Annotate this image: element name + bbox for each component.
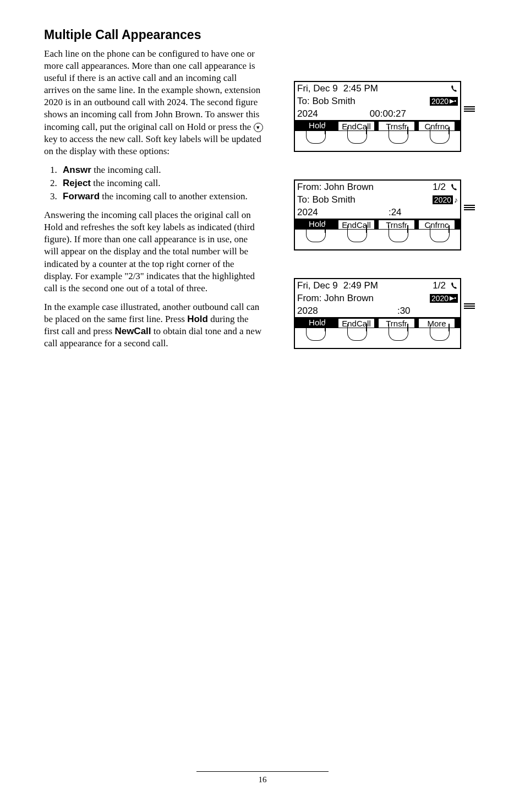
hw-button <box>430 233 450 242</box>
content-columns: Each line on the phone can be configured… <box>44 48 481 356</box>
screen3-ext: 2020 <box>431 294 449 303</box>
phone-screen-1: Fri, Dec 9 2:45 PM To: Bob Smith 2020▶• … <box>294 81 461 152</box>
screen3-row2: From: John Brown 2020▶• <box>295 292 460 304</box>
phone-figure-1: Fri, Dec 9 2:45 PM To: Bob Smith 2020▶• … <box>294 81 481 152</box>
screen3-date: Fri, Dec 9 <box>297 280 338 291</box>
screen3-num: 2028 <box>297 306 318 317</box>
hw-button <box>347 233 367 242</box>
phone-side-lines <box>461 179 478 211</box>
screen2-sk3: Trnsfr <box>378 219 415 229</box>
screen2-row3: 2024 :24 <box>295 206 460 219</box>
steps-list: Answr the incoming call. Reject the inco… <box>59 164 264 203</box>
screen3-sk2: EndCall <box>337 318 375 328</box>
hw-button <box>430 331 450 341</box>
screen1-softkey-row: Hold EndCall Trnsfr Cnfrnc <box>295 120 460 131</box>
screen3-from: From: John Brown <box>297 293 374 304</box>
hw-button <box>306 233 326 242</box>
screen2-softkey-row: Hold EndCall Trnsfr Cnfrnc <box>295 219 460 230</box>
paragraph-1: Each line on the phone can be configured… <box>44 48 264 157</box>
side-lines-icon <box>464 302 475 310</box>
para1-text-a: Each line on the phone can be configured… <box>44 48 260 132</box>
phone-side-lines <box>461 278 478 310</box>
hw-button <box>430 134 450 144</box>
screen2-from: From: John Brown <box>297 182 374 193</box>
hw-button <box>389 233 408 242</box>
footer-rule <box>196 771 329 772</box>
handset-icon <box>450 183 458 192</box>
hw-button <box>306 331 326 341</box>
speaker-icon: ▶• <box>450 295 456 302</box>
screen1-time: 2:45 PM <box>343 83 378 94</box>
screen2-sk2: EndCall <box>337 219 375 229</box>
handset-icon <box>450 84 458 93</box>
screen2-ext-badge: 2020 <box>433 195 453 204</box>
screen2-ext: 2020 <box>434 195 451 204</box>
para3-newcall: NewCall <box>114 326 151 336</box>
page-number: 16 <box>196 775 329 784</box>
step-2: Reject the incoming call. <box>59 177 264 189</box>
hw-button <box>347 331 367 341</box>
screen3-hwbuttons <box>295 328 460 348</box>
screen3-time: 2:49 PM <box>343 280 378 291</box>
step-1-keyword: Answr <box>63 165 91 175</box>
screen2-row1: From: John Brown 1/2 <box>295 181 460 193</box>
screen3-sk1: Hold <box>299 318 335 328</box>
para3-hold: Hold <box>187 314 208 324</box>
speaker-icon: ▶• <box>450 97 456 105</box>
screen3-softkey-row: Hold EndCall Trnsfr More <box>295 317 460 328</box>
screen1-to: To: Bob Smith <box>297 96 356 107</box>
section-heading: Multiple Call Appearances <box>44 28 481 42</box>
hw-button <box>347 134 367 144</box>
screen3-sk3: Trnsfr <box>378 318 415 328</box>
screen1-timer: 00:00:27 <box>370 108 406 119</box>
text-column: Each line on the phone can be configured… <box>44 48 264 356</box>
hw-button <box>306 134 326 144</box>
screen2-sk4: Cnfrnc <box>418 219 456 229</box>
screen2-row2: To: Bob Smith 2020 ♪ <box>295 193 460 206</box>
note-icon: ♪ <box>454 195 458 204</box>
screen1-row2: To: Bob Smith 2020▶• <box>295 95 460 107</box>
hw-button <box>389 134 408 144</box>
side-lines-icon <box>464 105 475 113</box>
screen2-sk1: Hold <box>299 219 335 229</box>
phone-figure-2: From: John Brown 1/2 To: Bob Smith 2020 … <box>294 179 481 250</box>
screen1-hwbuttons <box>295 131 460 151</box>
down-key-icon: ▾ <box>254 123 263 132</box>
screen3-row1: Fri, Dec 9 2:49 PM 1/2 <box>295 279 460 292</box>
phone-side-lines <box>461 81 478 113</box>
screen1-sk3: Trnsfr <box>378 121 415 130</box>
phone-figure-3: Fri, Dec 9 2:49 PM 1/2 From: John Brown … <box>294 278 481 349</box>
screen2-to: To: Bob Smith <box>297 194 356 205</box>
screen1-ext: 2020 <box>431 97 449 106</box>
phone-screen-3: Fri, Dec 9 2:49 PM 1/2 From: John Brown … <box>294 278 461 349</box>
step-3-text: the incoming call to another extension. <box>100 191 248 201</box>
para1-text-b: key to access the new call. Soft key lab… <box>44 134 261 156</box>
page-footer: 16 <box>196 771 329 784</box>
screen1-date: Fri, Dec 9 <box>297 83 338 94</box>
screen1-sk2: EndCall <box>337 121 375 130</box>
screen3-sk4: More <box>418 318 456 328</box>
step-2-keyword: Reject <box>63 178 91 188</box>
paragraph-3: In the example case illustrated, another… <box>44 301 264 350</box>
screen3-timer: :30 <box>397 306 411 317</box>
screen1-row1: Fri, Dec 9 2:45 PM <box>295 82 460 95</box>
step-2-text: the incoming call. <box>91 178 161 188</box>
screen3-ext-badge: 2020▶• <box>430 294 458 303</box>
figure-column: Fri, Dec 9 2:45 PM To: Bob Smith 2020▶• … <box>275 48 481 356</box>
screen2-timer: :24 <box>389 207 402 218</box>
step-1: Answr the incoming call. <box>59 164 264 176</box>
step-3-keyword: Forward <box>63 191 100 201</box>
screen1-sk4: Cnfrnc <box>418 121 456 130</box>
step-1-text: the incoming call. <box>91 165 161 175</box>
hw-button <box>389 331 408 341</box>
step-3: Forward the incoming call to another ext… <box>59 190 264 203</box>
screen2-num: 2024 <box>297 207 318 218</box>
phone-screen-2: From: John Brown 1/2 To: Bob Smith 2020 … <box>294 179 461 250</box>
screen2-hwbuttons <box>295 230 460 249</box>
screen3-counter: 1/2 <box>433 280 446 291</box>
side-lines-icon <box>464 204 475 211</box>
screen3-row3: 2028 :30 <box>295 304 460 317</box>
screen1-sk1: Hold <box>299 121 335 130</box>
screen1-num: 2024 <box>297 108 318 119</box>
screen1-ext-badge: 2020▶• <box>430 97 458 106</box>
